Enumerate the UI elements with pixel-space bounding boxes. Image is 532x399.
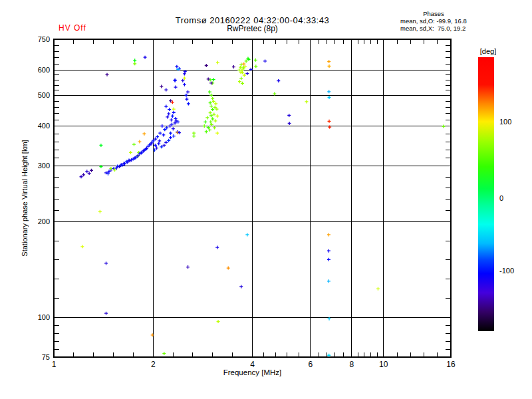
phase-colorbar bbox=[478, 57, 494, 331]
data-point bbox=[212, 113, 215, 116]
data-point bbox=[209, 101, 212, 104]
data-point bbox=[232, 65, 235, 68]
data-point bbox=[178, 131, 181, 134]
data-point bbox=[98, 210, 102, 213]
data-point bbox=[245, 59, 248, 63]
data-point bbox=[327, 60, 331, 63]
data-point bbox=[328, 120, 331, 123]
data-point bbox=[172, 108, 176, 111]
data-point bbox=[174, 117, 178, 120]
data-point bbox=[174, 79, 177, 82]
data-point bbox=[442, 125, 445, 128]
data-point bbox=[164, 88, 168, 92]
data-point bbox=[212, 100, 215, 103]
data-point bbox=[138, 140, 141, 144]
x-tick-label: 6 bbox=[308, 360, 313, 368]
data-point bbox=[205, 130, 208, 133]
data-point bbox=[158, 139, 161, 142]
data-point bbox=[168, 124, 172, 128]
data-point bbox=[129, 151, 132, 154]
data-point bbox=[80, 245, 84, 248]
data-point bbox=[241, 82, 244, 85]
colorbar-tick-label: 0 bbox=[499, 194, 503, 202]
data-point bbox=[166, 115, 169, 118]
data-point bbox=[133, 62, 136, 65]
data-point bbox=[142, 132, 146, 136]
data-point bbox=[205, 116, 209, 119]
data-point bbox=[88, 172, 91, 175]
data-point bbox=[106, 73, 109, 76]
data-point bbox=[171, 114, 174, 118]
data-point bbox=[167, 139, 170, 142]
data-point bbox=[254, 59, 257, 62]
data-point bbox=[328, 65, 331, 68]
data-point bbox=[183, 83, 186, 86]
data-point bbox=[162, 352, 166, 355]
data-point bbox=[277, 79, 280, 82]
data-point bbox=[172, 111, 176, 114]
data-point bbox=[216, 61, 219, 64]
data-point bbox=[187, 102, 190, 106]
data-point bbox=[181, 79, 184, 82]
data-point bbox=[254, 65, 257, 68]
x-axis-title: Frequency [MHz] bbox=[54, 368, 451, 376]
data-point bbox=[160, 124, 164, 128]
data-point bbox=[132, 143, 136, 146]
data-point bbox=[172, 134, 176, 138]
x-tick-label: 10 bbox=[379, 360, 388, 368]
data-point bbox=[151, 333, 154, 336]
data-point bbox=[305, 100, 308, 103]
data-point bbox=[172, 127, 175, 130]
data-point bbox=[165, 126, 168, 130]
data-point bbox=[327, 279, 331, 283]
data-point bbox=[162, 133, 165, 136]
data-point bbox=[209, 104, 213, 108]
data-point bbox=[154, 138, 157, 141]
data-point bbox=[169, 136, 172, 139]
data-point bbox=[104, 261, 108, 265]
data-point bbox=[186, 90, 190, 94]
y-tick-label: 300 bbox=[19, 162, 50, 170]
data-point bbox=[239, 285, 243, 288]
data-point bbox=[164, 105, 168, 108]
x-tick-label: 2 bbox=[151, 360, 156, 368]
data-point bbox=[192, 132, 196, 135]
y-tick-label: 600 bbox=[19, 66, 50, 74]
data-point bbox=[376, 287, 380, 291]
data-point bbox=[245, 233, 249, 236]
data-point bbox=[169, 132, 172, 135]
data-point bbox=[203, 124, 206, 128]
data-point bbox=[327, 90, 331, 93]
data-point bbox=[192, 134, 196, 138]
data-point bbox=[211, 108, 214, 111]
y-tick-label: 400 bbox=[19, 122, 50, 130]
data-point bbox=[213, 126, 216, 130]
data-point bbox=[144, 56, 147, 59]
data-point bbox=[82, 173, 85, 176]
data-point bbox=[213, 119, 217, 122]
data-point bbox=[239, 63, 243, 66]
data-point bbox=[203, 120, 207, 124]
scatter-plot-canvas bbox=[0, 0, 532, 399]
data-point bbox=[327, 258, 331, 261]
data-point bbox=[104, 312, 108, 315]
data-point bbox=[209, 114, 213, 117]
data-point bbox=[174, 86, 178, 89]
data-point bbox=[133, 59, 136, 62]
data-point bbox=[263, 59, 267, 63]
data-point bbox=[85, 170, 88, 173]
data-point bbox=[158, 132, 162, 135]
data-point bbox=[215, 108, 219, 111]
data-point bbox=[99, 144, 102, 147]
data-point bbox=[168, 108, 171, 111]
data-point bbox=[167, 112, 170, 116]
colorbar-tick-label: 100 bbox=[499, 118, 511, 126]
data-point bbox=[164, 141, 168, 144]
x-tick-label: 8 bbox=[349, 360, 354, 368]
data-point bbox=[328, 96, 331, 99]
data-point bbox=[238, 80, 241, 83]
data-point bbox=[170, 118, 173, 122]
data-point bbox=[208, 90, 211, 94]
x-tick-label: 16 bbox=[446, 360, 455, 368]
data-point bbox=[156, 135, 159, 138]
